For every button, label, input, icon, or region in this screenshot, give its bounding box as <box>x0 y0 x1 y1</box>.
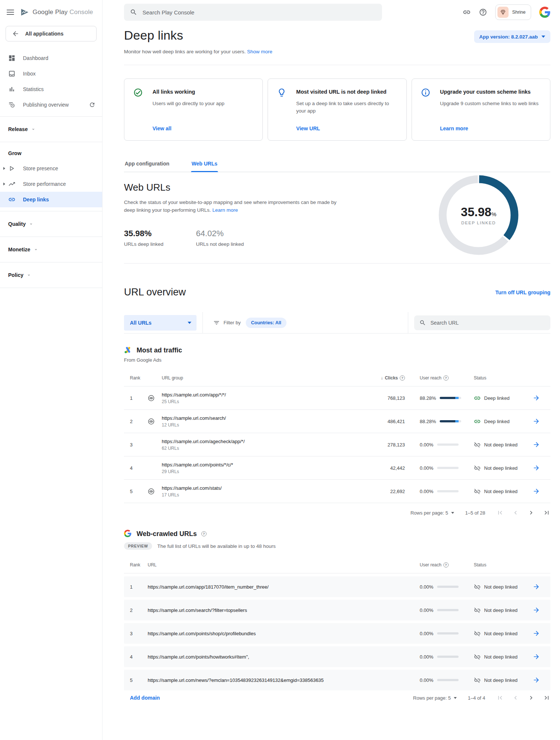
sidebar-item-store-presence[interactable]: Store presence <box>0 161 102 176</box>
table-row[interactable]: 1 https://sample.url.com/app/*/*/25 URLs… <box>124 386 550 410</box>
row-detail-arrow[interactable] <box>533 418 540 425</box>
app-version-selector[interactable]: App version: 8.2.027.aab <box>474 30 550 43</box>
row-detail-arrow[interactable] <box>533 676 540 684</box>
url-group: https://sample.url.com/agecheck/app/*/ <box>162 439 361 444</box>
col-clicks[interactable]: ↓Clicks? <box>381 375 405 381</box>
menu-icon[interactable] <box>7 10 14 15</box>
sidebar-section-policy[interactable]: Policy <box>0 266 102 284</box>
row-detail-arrow[interactable] <box>533 653 540 660</box>
previous-page-icon[interactable] <box>512 509 519 516</box>
tab-web-urls[interactable]: Web URLs <box>191 158 218 172</box>
first-page-icon[interactable] <box>496 694 504 702</box>
next-page-icon[interactable] <box>527 509 535 516</box>
learn-more-link[interactable]: Learn more <box>440 125 541 131</box>
global-search-input[interactable] <box>142 9 350 16</box>
sidebar-item-dashboard[interactable]: Dashboard <box>0 50 102 66</box>
table-row[interactable]: 3 https://sample.url.com/agecheck/app/*/… <box>124 433 550 456</box>
sidebar-divider <box>0 116 102 117</box>
add-domain-link[interactable]: Add domain <box>124 695 160 701</box>
section-label: Quality <box>8 221 26 227</box>
table-row[interactable]: 2 https://sample.url.com/search/12 URLs … <box>124 410 550 433</box>
help-icon[interactable] <box>479 8 487 16</box>
play-console-logo-icon <box>20 7 30 17</box>
row-detail-arrow[interactable] <box>533 464 540 472</box>
preview-eye-icon[interactable] <box>148 395 155 402</box>
url-group: https://sample.url.com/search/ <box>162 415 361 421</box>
row-detail-arrow[interactable] <box>533 606 540 614</box>
tab-app-configuration[interactable]: App configuration <box>124 158 170 172</box>
table-row[interactable]: 1 https://sample.url.com/app/1817070/ite… <box>124 576 550 597</box>
view-url-link[interactable]: View URL <box>296 125 397 131</box>
row-rank: 2 <box>130 419 148 424</box>
inbox-icon <box>8 70 16 77</box>
sidebar-item-store-performance[interactable]: Store performance <box>0 176 102 192</box>
preview-eye-icon[interactable] <box>148 488 155 495</box>
publishing-overview-icon <box>8 101 16 108</box>
show-more-link[interactable]: Show more <box>247 49 272 54</box>
row-detail-arrow[interactable] <box>533 630 540 637</box>
web-crawled-title: Web-crawled URLs <box>137 530 197 538</box>
learn-more-link[interactable]: Learn more <box>212 207 238 213</box>
rows-per-page-dropdown[interactable]: Rows per page: 5 <box>413 695 457 701</box>
google-account-avatar[interactable] <box>539 7 550 18</box>
rows-per-page-dropdown[interactable]: Rows per page: 5 <box>410 510 454 516</box>
insight-cards: All links working Users will go directly… <box>124 78 550 141</box>
last-page-icon[interactable] <box>543 509 550 516</box>
row-detail-arrow[interactable] <box>533 488 540 495</box>
expand-arrow-icon[interactable] <box>3 183 5 185</box>
app-switcher-chip[interactable]: Shrine <box>495 4 531 20</box>
row-detail-arrow[interactable] <box>533 583 540 590</box>
url-search[interactable] <box>414 315 550 330</box>
donut-unit: % <box>492 211 496 217</box>
sidebar-item-publishing-overview[interactable]: Publishing overview <box>0 97 102 113</box>
reach-bar <box>437 656 459 658</box>
sidebar-item-deep-links[interactable]: Deep links <box>0 192 102 207</box>
not-deep-linked-icon <box>474 607 481 614</box>
next-page-icon[interactable] <box>527 694 535 702</box>
url-scope-dropdown[interactable]: All URLs <box>124 315 197 331</box>
col-user-reach: User reach? <box>420 375 449 381</box>
table-row[interactable]: 5 https://sample.url.com/news/?emclan=10… <box>124 670 550 690</box>
url-count: 12 URLs <box>162 422 361 428</box>
sidebar-item-inbox[interactable]: Inbox <box>0 66 102 81</box>
sidebar-section-release[interactable]: Release <box>0 120 102 138</box>
clicks-value: 42,442 <box>361 465 405 471</box>
global-search[interactable] <box>124 4 382 21</box>
row-rank: 4 <box>130 465 148 471</box>
sidebar-section-quality[interactable]: Quality <box>0 215 102 233</box>
card-body: Upgrade 9 custom scheme links to web lin… <box>440 100 541 107</box>
table-row[interactable]: 4 https://sample.url.com/points/howitwor… <box>124 646 550 667</box>
help-icon[interactable]: ? <box>443 562 449 567</box>
view-all-link[interactable]: View all <box>152 125 254 131</box>
link-shortcut-icon[interactable] <box>463 8 471 16</box>
sidebar-item-statistics[interactable]: Statistics <box>0 81 102 97</box>
status-label: Not deep linked <box>484 584 517 590</box>
sidebar-section-monetize[interactable]: Monetize <box>0 241 102 258</box>
countries-filter-chip[interactable]: Countries: All <box>246 318 286 328</box>
stat-deep-linked: 35.98% URLs deep linked <box>124 229 164 247</box>
table-row[interactable]: 2 https://sample.url.com/search/?filter=… <box>124 600 550 620</box>
help-icon[interactable]: ? <box>400 375 405 381</box>
all-applications-button[interactable]: All applications <box>6 26 97 41</box>
web-crawled-table-header: Rank URL User reach? Status <box>124 556 550 573</box>
first-page-icon[interactable] <box>496 509 504 516</box>
card-title: Most visited URL is not deep linked <box>296 89 397 95</box>
previous-page-icon[interactable] <box>512 694 519 702</box>
row-detail-arrow[interactable] <box>533 394 540 402</box>
expand-arrow-icon[interactable] <box>3 167 5 170</box>
help-icon[interactable]: ? <box>201 531 207 536</box>
last-page-icon[interactable] <box>543 694 550 702</box>
url-count: 25 URLs <box>162 399 361 404</box>
table-row[interactable]: 5 https://sample.url.com/stats/17 URLs 2… <box>124 480 550 503</box>
sidebar-divider <box>0 142 102 142</box>
url-search-input[interactable] <box>430 320 541 326</box>
col-user-reach: User reach? <box>420 562 449 567</box>
row-detail-arrow[interactable] <box>533 441 540 448</box>
table-row[interactable]: 4 https://sample.url.com/points/*/c/*29 … <box>124 456 550 480</box>
turn-off-url-grouping-link[interactable]: Turn off URL grouping <box>495 289 550 295</box>
preview-eye-icon[interactable] <box>148 418 155 425</box>
table-row[interactable]: 3 https://sample.url.com/points/shop/c/p… <box>124 623 550 644</box>
refresh-icon[interactable] <box>89 101 95 108</box>
help-icon[interactable]: ? <box>443 375 449 381</box>
chevron-down-icon <box>31 127 35 131</box>
